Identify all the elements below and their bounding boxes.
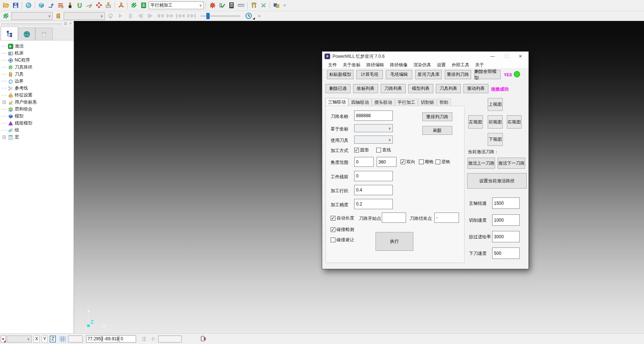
graphics-viewport[interactable]: Y X Z PowerMILL 忆梦星河 7.0.6 — ☐ ✕ 文件 关于坐标… bbox=[74, 21, 644, 333]
play-icon[interactable] bbox=[117, 12, 124, 20]
climb-checkbox[interactable]: 顺铣 bbox=[419, 159, 434, 165]
tree-item-toolpaths[interactable]: 刀具路径 bbox=[1, 64, 74, 71]
end-point-input[interactable] bbox=[434, 213, 459, 223]
tree-item-boundaries[interactable]: 边界 bbox=[1, 78, 74, 85]
strategy-combobox[interactable]: 平行精加工 ∨ bbox=[149, 1, 204, 9]
position-crosshair-icon[interactable] bbox=[148, 334, 157, 343]
go-end-icon[interactable] bbox=[187, 12, 196, 20]
list-icon[interactable] bbox=[139, 334, 148, 343]
execute-button[interactable]: 执行 bbox=[376, 232, 413, 251]
speed-slider-handle[interactable] bbox=[206, 13, 210, 19]
menu-render-sim[interactable]: 渲染仿真 bbox=[410, 62, 434, 68]
rearrange-button[interactable]: 重排列刀路 bbox=[422, 112, 452, 121]
angle-from-input[interactable] bbox=[354, 157, 374, 167]
pattern-pencil-icon[interactable] bbox=[85, 1, 93, 10]
tab-saw[interactable]: 切割锯 bbox=[418, 99, 437, 106]
tree-item-feature-sets[interactable]: 特征设置 bbox=[1, 92, 74, 99]
tree-item-machine[interactable]: 机床 bbox=[1, 50, 74, 57]
grid-toggle-icon[interactable] bbox=[58, 334, 67, 343]
view-front-button[interactable]: 前视图 bbox=[488, 115, 503, 129]
toolpath-list-button[interactable]: 刀路列表 bbox=[381, 84, 406, 93]
checkbox[interactable] bbox=[401, 159, 405, 164]
stepover-input[interactable] bbox=[354, 185, 393, 195]
menu-coords[interactable]: 关于坐标 bbox=[340, 62, 363, 68]
speed-slider[interactable] bbox=[200, 15, 240, 17]
start-point-input[interactable] bbox=[382, 213, 406, 223]
delete-all-models-button[interactable]: 删除全部模型 bbox=[474, 70, 501, 79]
pause-icon[interactable] bbox=[127, 12, 134, 20]
tree-item-groups[interactable]: 组 bbox=[1, 127, 74, 134]
draw-mode-indicator[interactable] bbox=[1, 336, 6, 343]
toolbar-close-button[interactable]: × bbox=[281, 3, 288, 8]
calc-stock-button[interactable]: 计算毛坯 bbox=[356, 70, 383, 79]
tab-tilt-head[interactable]: 摆头联动 bbox=[372, 99, 395, 106]
use-tool-combobox[interactable]: ∨ bbox=[354, 136, 393, 144]
panel-float-button[interactable]: ⊡ bbox=[64, 22, 67, 25]
model-list-button[interactable]: 模型列表 bbox=[408, 84, 433, 93]
tab-parallel[interactable]: 平行加工 bbox=[395, 99, 418, 106]
tool-holder-icon[interactable] bbox=[249, 1, 258, 10]
panel-close-button[interactable]: × bbox=[69, 22, 72, 25]
checkbox[interactable] bbox=[331, 227, 335, 232]
ruler-icon[interactable] bbox=[236, 1, 245, 10]
axis-y-button[interactable]: Y bbox=[42, 336, 48, 343]
collision-icon[interactable] bbox=[208, 1, 217, 10]
powermill-logo-icon[interactable] bbox=[129, 1, 138, 10]
tree-item-activate[interactable]: 激活 bbox=[1, 43, 74, 50]
tab-3axis[interactable]: 三轴联动 bbox=[325, 98, 348, 106]
tool-ball-icon[interactable] bbox=[65, 1, 74, 10]
view-right-button[interactable]: 右视图 bbox=[507, 115, 522, 129]
checkbox[interactable] bbox=[435, 159, 440, 164]
feed-rate-icon[interactable] bbox=[56, 1, 65, 10]
panel-dock-header[interactable]: ⊡ × bbox=[0, 21, 74, 27]
block-icon[interactable] bbox=[37, 1, 46, 10]
lightbulb-icon[interactable] bbox=[106, 11, 115, 20]
conventional-checkbox[interactable]: 逆铣 bbox=[435, 159, 450, 165]
activate-next-button[interactable]: 激活下一刀路 bbox=[498, 158, 525, 169]
tree-item-tools[interactable]: 刀具 bbox=[1, 71, 74, 78]
tree-item-stock-models[interactable]: 残留模型 bbox=[1, 120, 74, 127]
explorer-tree-tab[interactable] bbox=[1, 27, 18, 40]
checkbox[interactable] bbox=[331, 238, 335, 242]
pause-device-icon[interactable] bbox=[199, 334, 207, 343]
auto-length-checkbox[interactable]: 自动长度 bbox=[331, 215, 354, 221]
menu-external-tools[interactable]: 外部工具 bbox=[449, 62, 472, 68]
checkbox[interactable] bbox=[354, 148, 359, 152]
transform-arrows-icon[interactable] bbox=[259, 1, 268, 10]
tree-expander-icon[interactable]: + bbox=[3, 101, 6, 104]
close-button[interactable]: ✕ bbox=[515, 54, 526, 59]
dialog-title-bar[interactable]: PowerMILL 忆梦星河 7.0.6 — ☐ ✕ bbox=[322, 52, 529, 61]
stock-edit-button[interactable]: 毛坯编辑 bbox=[386, 70, 412, 79]
checkbox[interactable] bbox=[419, 159, 424, 164]
tree-item-levels[interactable]: 层和组合 bbox=[1, 106, 74, 113]
maximize-button[interactable]: ☐ bbox=[501, 54, 512, 59]
drill-icon[interactable] bbox=[117, 1, 125, 10]
save-icon[interactable] bbox=[11, 1, 20, 10]
clock-dropdown-indicator[interactable] bbox=[253, 17, 255, 20]
toolbar-close-button[interactable]: × bbox=[256, 13, 263, 19]
boundary-icon[interactable] bbox=[75, 1, 84, 10]
toolpath-strategy-icon[interactable] bbox=[46, 1, 55, 10]
view-top-button[interactable]: 上视图 bbox=[488, 98, 503, 111]
tool-combobox[interactable]: ∨ bbox=[64, 12, 105, 20]
statusbar-combobox[interactable]: ∨ bbox=[7, 336, 32, 343]
menu-about[interactable]: 关于 bbox=[472, 62, 487, 68]
bidirectional-checkbox[interactable]: 双向 bbox=[401, 159, 415, 165]
tree-item-nc-programs[interactable]: NC程序 bbox=[1, 57, 74, 64]
rewind-icon[interactable] bbox=[156, 12, 164, 20]
mode-circle-checkbox[interactable]: 圆形 bbox=[354, 147, 369, 153]
step-back-icon[interactable] bbox=[136, 12, 144, 20]
collision-avoid-checkbox[interactable]: 碰撞避让 bbox=[331, 237, 354, 243]
compare-cubes-icon[interactable] bbox=[272, 1, 281, 10]
tool-library-button[interactable]: 星河刀具库 bbox=[415, 70, 442, 79]
grid-size-input[interactable] bbox=[68, 336, 83, 343]
clock-icon[interactable] bbox=[244, 11, 253, 20]
refresh-button[interactable]: 刷新 bbox=[422, 126, 452, 135]
menu-path-edit[interactable]: 路径编辑 bbox=[363, 62, 387, 68]
dock-gripper[interactable] bbox=[1, 22, 62, 25]
plunge-speed-input[interactable] bbox=[492, 248, 520, 259]
fast-forward-icon[interactable] bbox=[166, 12, 174, 20]
angle-to-input[interactable] bbox=[377, 157, 396, 167]
verify-check-icon[interactable] bbox=[217, 1, 226, 10]
minimize-button[interactable]: — bbox=[487, 54, 498, 59]
